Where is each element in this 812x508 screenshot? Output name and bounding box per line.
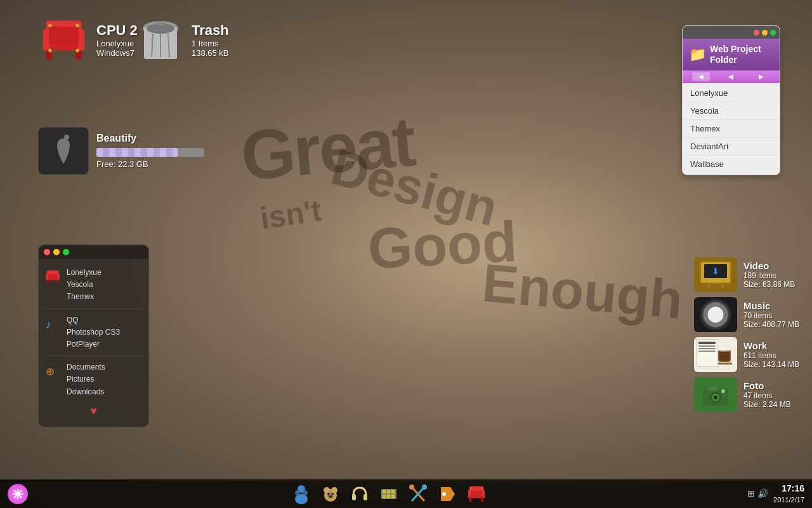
svg-point-48: [329, 495, 332, 498]
taskbar-right: ⊞ 🔊 17:16 2011/2/17: [747, 483, 812, 505]
list-item[interactable]: Yescola: [67, 279, 102, 291]
wpw-tabs: ◀ ◀ ▶: [683, 70, 780, 83]
wpw-tab-prev[interactable]: ◀: [692, 72, 710, 81]
svg-point-61: [422, 485, 427, 490]
list-item[interactable]: Downloads: [67, 386, 105, 398]
work-info: Work 611 items Size: 143.14 MB: [743, 340, 799, 369]
beautify-icon: [38, 127, 89, 175]
wpw-left-arrow: ◀: [698, 73, 704, 80]
taskbar-left: [0, 483, 30, 505]
svg-text:♪: ♪: [46, 318, 51, 331]
panel-apps-list: QQ Photoshop CS3 PotPlayer: [67, 314, 120, 351]
svg-point-10: [75, 48, 79, 52]
list-item[interactable]: Themex: [683, 120, 780, 138]
svg-rect-56: [387, 495, 390, 498]
wpw-titlebar: [683, 26, 780, 39]
list-item[interactable]: Documents: [67, 361, 105, 373]
foto-size: Size: 2.24 MB: [743, 400, 791, 409]
svg-rect-68: [481, 497, 484, 502]
list-item[interactable]: Yescola: [683, 102, 780, 120]
svg-rect-28: [709, 386, 717, 391]
taskbar-tag-icon[interactable]: [436, 483, 459, 505]
svg-point-70: [481, 487, 483, 488]
wpw-title-line2: Folder: [710, 55, 737, 65]
media-item-work: Work 611 items Size: 143.14 MB: [694, 337, 799, 372]
svg-rect-66: [482, 490, 485, 498]
panel-divider-1: [44, 309, 143, 309]
wpw-maximize-btn[interactable]: [770, 30, 776, 36]
list-item[interactable]: Themex: [67, 291, 102, 303]
svg-rect-55: [383, 495, 386, 498]
svg-point-37: [16, 493, 19, 495]
panel-maximize-btn[interactable]: [63, 249, 69, 255]
panel-folder-icon: ⊕: [44, 363, 62, 380]
wpw-tab-next[interactable]: ▶: [752, 72, 770, 81]
panel-contacts-section: Lonelyxue Yescola Themex: [44, 264, 143, 306]
panel-minimize-btn[interactable]: [53, 249, 60, 255]
svg-point-31: [714, 396, 717, 399]
list-item[interactable]: Wallbase: [683, 156, 780, 173]
music-thumb: [694, 297, 737, 332]
beautify-bar-fill: [96, 148, 178, 157]
taskbar-figure-icon[interactable]: [290, 483, 313, 505]
list-item[interactable]: DeviantArt: [683, 138, 780, 156]
svg-point-18: [64, 135, 69, 140]
media-widgets: ⬇ Video 189 items Size: 63.86 MB Music 7…: [694, 257, 799, 412]
taskbar-snowflake-icon[interactable]: [6, 483, 29, 505]
beautify-progress-bar: [96, 148, 204, 157]
taskbar-grid-icon[interactable]: [377, 483, 400, 505]
clock-time: 17:16: [773, 483, 804, 495]
panel-contacts-list: Lonelyxue Yescola Themex: [67, 267, 102, 304]
panel-apps-section: ♪ QQ Photoshop CS3 PotPlayer: [44, 312, 143, 354]
svg-rect-50: [363, 494, 367, 500]
svg-point-13: [147, 23, 174, 34]
panel-divider-2: [44, 356, 143, 356]
volume-icon[interactable]: 🔊: [757, 488, 768, 498]
trash-title: Trash: [192, 22, 229, 39]
svg-rect-52: [383, 490, 386, 493]
foto-thumb: [694, 377, 737, 412]
list-item[interactable]: Pictures: [67, 373, 105, 385]
cpu-user: Lonelyxue: [96, 39, 138, 48]
beautify-info: Beautify Free: 22.3 GB: [96, 133, 204, 169]
trash-widget: Trash 1 Items 138.65 kB: [136, 13, 229, 67]
svg-text:⊕: ⊕: [46, 365, 55, 378]
wpw-header: 📁 Web Project Folder: [683, 39, 780, 70]
svg-point-8: [75, 23, 79, 27]
svg-rect-20: [47, 271, 58, 274]
taskbar-sys-icons: ⊞ 🔊: [747, 488, 768, 498]
list-item[interactable]: QQ: [67, 314, 120, 326]
svg-rect-14: [155, 21, 166, 25]
media-item-foto: Foto 47 items Size: 2.24 MB: [694, 377, 799, 412]
svg-rect-6: [49, 26, 79, 44]
media-item-music: Music 70 items Size: 408.77 MB: [694, 297, 799, 332]
foto-name: Foto: [743, 380, 791, 391]
panel-close-btn[interactable]: [44, 249, 50, 255]
panel-chair-icon: [44, 268, 62, 286]
svg-rect-21: [46, 274, 48, 281]
video-name: Video: [743, 260, 795, 271]
svg-rect-53: [387, 490, 390, 493]
taskbar-bear-icon[interactable]: [319, 483, 342, 505]
music-size: Size: 408.77 MB: [743, 320, 799, 329]
svg-rect-24: [56, 279, 58, 283]
wpw-tab-mid[interactable]: ◀: [722, 72, 740, 81]
panel-music-icon: ♪: [44, 316, 62, 333]
music-count: 70 items: [743, 311, 799, 320]
work-size: Size: 143.14 MB: [743, 360, 799, 369]
list-item[interactable]: Lonelyxue: [67, 267, 102, 279]
wpw-minimize-btn[interactable]: [762, 30, 768, 36]
taskbar-headphones-icon[interactable]: [348, 483, 371, 505]
video-info: Video 189 items Size: 63.86 MB: [743, 260, 795, 289]
video-count: 189 items: [743, 271, 795, 280]
list-item[interactable]: Photoshop CS3: [67, 326, 120, 338]
taskbar-tools-icon[interactable]: [407, 483, 429, 505]
trash-icon: [136, 13, 184, 67]
list-item[interactable]: PotPlayer: [67, 338, 120, 351]
svg-point-32: [721, 389, 725, 393]
svg-point-60: [409, 485, 414, 490]
wpw-close-btn[interactable]: [754, 30, 759, 36]
svg-point-47: [331, 493, 334, 495]
taskbar-chair-icon[interactable]: [465, 483, 488, 505]
list-item[interactable]: Lonelyxue: [683, 84, 780, 102]
